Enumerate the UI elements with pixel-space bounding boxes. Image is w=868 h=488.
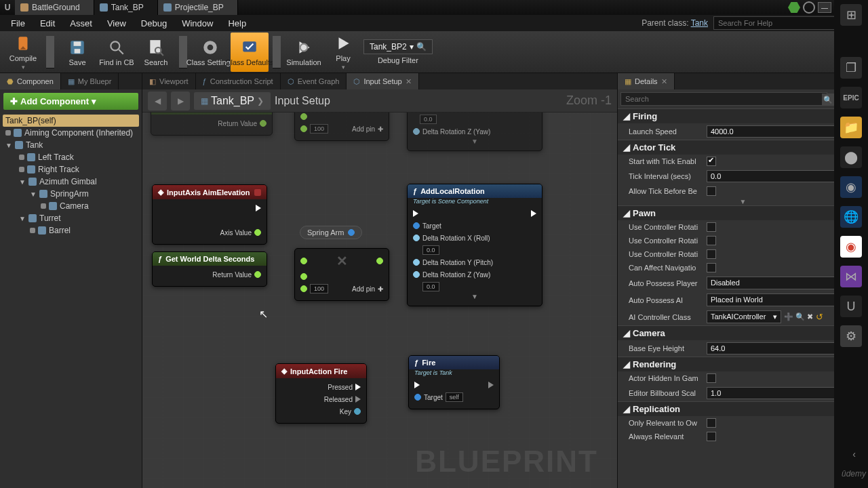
menu-file[interactable]: File (4, 17, 32, 30)
graph-canvas[interactable]: ƒGet World Delta Seconds Return Value 10… (142, 113, 617, 488)
comp-azimuth[interactable]: ▼Azimuth Gimbal (3, 176, 139, 188)
cat-camera[interactable]: ◢ Camera (618, 325, 868, 340)
comp-barrel[interactable]: Barrel (3, 224, 139, 237)
comp-tank[interactable]: ▼Tank (3, 139, 139, 151)
can-affect-checkbox[interactable] (707, 263, 716, 272)
menu-asset[interactable]: Asset (63, 17, 99, 30)
my-blueprint-tab[interactable]: ▦My Bluepr (61, 73, 119, 89)
menu-help[interactable]: Help (221, 17, 253, 30)
details-search-input[interactable] (620, 92, 827, 106)
allow-tick-checkbox[interactable] (707, 186, 716, 196)
nav-forward-button[interactable]: ▶ (171, 92, 190, 110)
revert-icon[interactable]: ↺ (816, 312, 823, 322)
nav-back-button[interactable]: ◀ (148, 92, 167, 110)
ai-clear-icon[interactable]: ✖ (807, 312, 813, 321)
menu-edit[interactable]: Edit (33, 17, 62, 30)
ai-browse-icon[interactable]: 🔍 (795, 312, 805, 321)
node-multiply-top[interactable]: 100Add pin ✚ (294, 113, 389, 141)
viewport-tab[interactable]: ◧Viewport (142, 73, 196, 89)
node-addlocalrotation[interactable]: ƒAddLocalRotation Target is Scene Compon… (407, 184, 542, 306)
find-in-cb-button[interactable]: Find in CB (98, 33, 136, 72)
simulation-button[interactable]: Simulation (285, 33, 323, 72)
component-root[interactable]: Tank_BP(self) (3, 115, 139, 127)
tray-expand-icon[interactable]: ‹ (852, 449, 856, 460)
node-spring-arm-ref[interactable]: Spring Arm (300, 226, 362, 239)
help-search-input[interactable] (713, 16, 849, 30)
close-icon[interactable]: ✕ (406, 77, 412, 86)
globe-icon[interactable]: 🌐 (840, 206, 862, 228)
uc-rot1-checkbox[interactable] (707, 222, 716, 232)
comp-turret[interactable]: ▼Turret (3, 212, 139, 224)
node-get-delta-2[interactable]: ƒGet World Delta Seconds Return Value (152, 251, 267, 287)
start-tick-checkbox[interactable] (707, 157, 716, 166)
cat-actor-tick[interactable]: ◢ Actor Tick (618, 140, 868, 155)
tab-battleground[interactable]: BattleGround (15, 0, 94, 15)
save-button[interactable]: Save (58, 33, 96, 72)
minimize-button[interactable]: — (818, 2, 831, 13)
always-relevant-checkbox[interactable] (707, 432, 716, 441)
ai-add-icon[interactable]: ➕ (784, 312, 793, 321)
construction-tab[interactable]: ƒConstruction Script (196, 73, 281, 89)
components-tab[interactable]: ⬣Componen (0, 73, 61, 89)
file-explorer-icon[interactable]: 📁 (840, 117, 862, 138)
tab-tank-bp[interactable]: Tank_BP (94, 0, 158, 15)
steam-icon[interactable]: ◉ (840, 176, 862, 198)
uc-rot2-checkbox[interactable] (707, 236, 716, 245)
perf-icon[interactable] (803, 1, 815, 14)
source-control-icon[interactable] (788, 1, 800, 14)
close-icon[interactable]: ✕ (661, 77, 667, 86)
cat-pawn[interactable]: ◢ Pawn (618, 205, 868, 220)
menu-debug[interactable]: Debug (134, 17, 174, 30)
node-addlocalrot-top[interactable]: Delta Rotation Y (Pitch) 0.0 Delta Rotat… (407, 113, 542, 151)
task-view-icon[interactable]: ❐ (840, 57, 862, 79)
node-multiply-2[interactable]: ✕ 100Add pin ✚ (294, 248, 389, 301)
comp-aiming[interactable]: Aiming Component (Inherited) (3, 127, 139, 139)
breadcrumb-bp[interactable]: ▦Tank_BP ❯ (194, 92, 271, 110)
search-icon[interactable]: 🔍 (822, 94, 834, 106)
comp-right-track[interactable]: Right Track (3, 163, 139, 176)
event-graph-tab[interactable]: ⬡Event Graph (281, 73, 347, 89)
windows-icon[interactable]: ⊞ (840, 4, 862, 26)
settings-icon[interactable]: ⚙ (840, 325, 862, 347)
only-relevant-checkbox[interactable] (707, 418, 716, 428)
add-component-button[interactable]: ✚ Add Component ▾ (3, 93, 138, 110)
cat-rendering[interactable]: ◢ Rendering (618, 357, 868, 371)
mesh-icon (38, 226, 46, 235)
node-input-aim[interactable]: ◈InputAxis AimElevation Axis Value (152, 184, 267, 245)
tab-projectile-bp[interactable]: Projectile_BP (158, 0, 238, 15)
class-defaults-button[interactable]: Class Defaults (231, 33, 269, 72)
comp-springarm[interactable]: ▼SpringArm (3, 188, 139, 200)
app-icon[interactable]: ⬤ (840, 146, 862, 168)
search-button[interactable]: Search (137, 33, 175, 72)
input-setup-tab[interactable]: ⬡Input Setup✕ (347, 73, 418, 89)
cat-firing[interactable]: ◢ Firing (618, 108, 868, 123)
row-only-relevant: Only Relevant to Ow (618, 416, 868, 430)
debug-filter-dropdown[interactable]: Tank_BP2▾ 🔍 (363, 39, 433, 54)
visual-studio-icon[interactable]: ⋈ (840, 266, 862, 287)
svg-rect-3 (75, 49, 81, 54)
mesh-icon (28, 214, 37, 222)
comp-camera[interactable]: Camera (3, 200, 139, 212)
class-settings-button[interactable]: Class Settings (191, 33, 229, 72)
node-input-fire[interactable]: ◈InputAction Fire Pressed Released Key (275, 363, 367, 424)
play-button[interactable]: Play▾ (324, 33, 362, 72)
ai-controller-dropdown[interactable]: TankAIController▾ (707, 310, 781, 323)
node-get-delta-top[interactable]: ƒGet World Delta Seconds Return Value (151, 113, 273, 136)
unreal-icon[interactable]: U (840, 296, 862, 317)
expand-actor-tick[interactable]: ▼ (618, 198, 868, 205)
epic-launcher-icon[interactable]: EPIC (840, 87, 862, 108)
menu-window[interactable]: Window (175, 17, 220, 30)
os-taskbar: ⊞ ❐ EPIC 📁 ⬤ ◉ 🌐 ◉ ⋈ U ⚙ ‹ ûdemy (834, 0, 868, 488)
chrome-icon[interactable]: ◉ (840, 236, 862, 258)
details-tab[interactable]: ▦Details✕ (618, 73, 675, 89)
menu-view[interactable]: View (100, 17, 133, 30)
node-fire[interactable]: ƒFire Target is Tank Target self (408, 355, 500, 409)
compile-button[interactable]: Compile▾ (4, 33, 42, 72)
component-tree: Tank_BP(self) Aiming Component (Inherite… (0, 113, 142, 238)
left-panel: ⬣Componen ▦My Bluepr ✚ Add Component ▾ T… (0, 73, 142, 488)
comp-left-track[interactable]: Left Track (3, 151, 139, 163)
cat-replication[interactable]: ◢ Replication (618, 401, 868, 416)
parent-class-link[interactable]: Tank (691, 18, 708, 28)
uc-rot3-checkbox[interactable] (707, 249, 716, 259)
actor-hidden-checkbox[interactable] (707, 373, 716, 383)
